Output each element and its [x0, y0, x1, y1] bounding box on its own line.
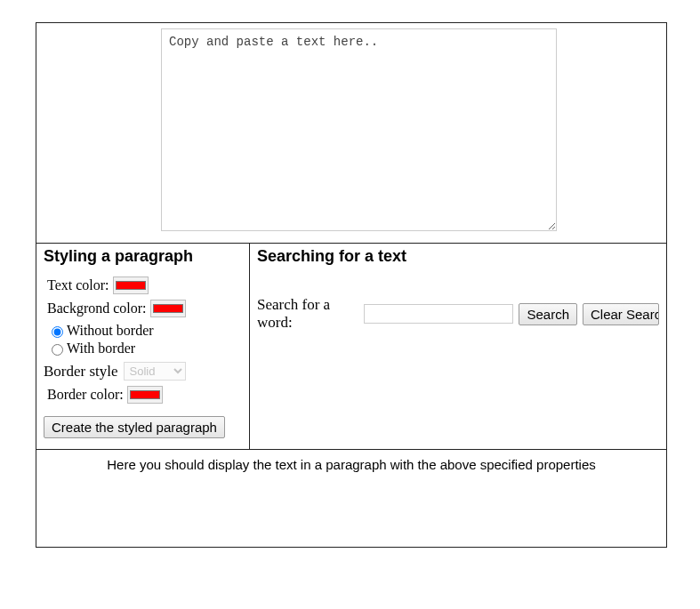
border-color-row: Border color:	[47, 386, 242, 404]
border-color-input[interactable]	[127, 386, 163, 404]
searching-panel: Searching for a text Search for a word: …	[250, 244, 666, 449]
background-color-row: Backgrond color:	[47, 300, 242, 317]
clear-search-button[interactable]: Clear Search	[583, 303, 659, 325]
text-color-input[interactable]	[113, 276, 149, 294]
text-color-label: Text color:	[47, 277, 109, 293]
radio-with-border-row: With border	[47, 341, 242, 357]
border-style-select[interactable]: Solid	[124, 362, 186, 381]
search-button[interactable]: Search	[519, 303, 577, 325]
background-color-input[interactable]	[150, 300, 186, 317]
styling-heading: Styling a paragraph	[44, 247, 242, 266]
controls-row: Styling a paragraph Text color: Backgron…	[36, 244, 666, 449]
styling-panel: Styling a paragraph Text color: Backgron…	[36, 244, 250, 449]
radio-with-border[interactable]	[52, 344, 63, 356]
text-color-row: Text color:	[47, 276, 242, 294]
background-color-label: Backgrond color:	[47, 300, 147, 317]
search-input[interactable]	[364, 304, 513, 324]
border-style-label: Border style	[44, 363, 118, 381]
create-button-row: Create the styled paragraph	[44, 416, 242, 438]
output-placeholder-message: Here you should display the text in a pa…	[45, 457, 657, 472]
search-row: Search for a word: Search Clear Search	[257, 296, 659, 332]
border-color-label: Border color:	[47, 387, 124, 403]
output-panel: Here you should display the text in a pa…	[36, 449, 666, 547]
searching-heading: Searching for a text	[257, 247, 659, 266]
radio-with-border-label: With border	[67, 341, 135, 357]
search-label: Search for a word:	[257, 296, 358, 332]
create-paragraph-button[interactable]: Create the styled paragraph	[44, 416, 225, 438]
radio-without-border[interactable]	[52, 326, 63, 338]
input-panel	[36, 23, 666, 244]
main-textarea[interactable]	[161, 28, 557, 231]
border-style-row: Border style Solid	[44, 362, 242, 381]
radio-without-border-row: Without border	[47, 323, 242, 339]
main-container: Styling a paragraph Text color: Backgron…	[36, 22, 667, 548]
radio-without-border-label: Without border	[67, 323, 154, 339]
